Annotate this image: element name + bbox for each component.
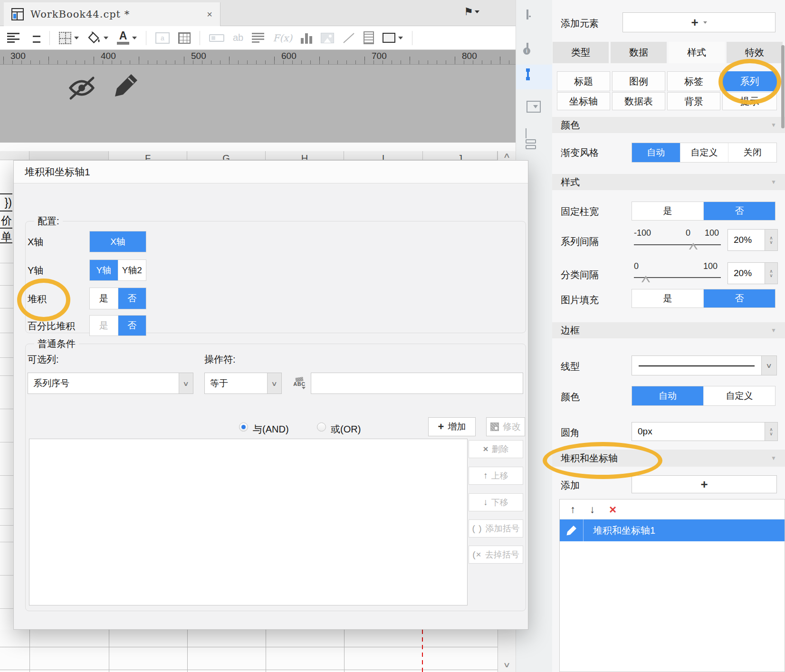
line-icon[interactable]	[343, 32, 355, 44]
layers-sidebar-icon[interactable]	[526, 129, 536, 151]
operator-dropdown[interactable]: 等于	[204, 373, 282, 394]
nav-series-button[interactable]: 系列	[722, 71, 777, 91]
tab-title: WorkBook44.cpt *	[30, 9, 130, 20]
gradient-style-toggle[interactable]: 自动 自定义 关闭	[632, 143, 777, 163]
series-gap-stepper[interactable]: 20%	[728, 229, 778, 251]
gradient-style-label: 渐变风格	[561, 146, 599, 159]
table-icon[interactable]	[178, 32, 191, 44]
font-color-button[interactable]: A	[117, 31, 137, 45]
section-stack-axis-header[interactable]: 堆积和坐标轴	[552, 450, 785, 467]
column-header[interactable]: F	[109, 151, 187, 160]
column-dropdown[interactable]: 系列序号	[28, 373, 193, 394]
column-header[interactable]: H	[266, 151, 344, 160]
column-header[interactable]: I	[344, 151, 423, 160]
add-condition-button[interactable]: +增加	[428, 417, 476, 436]
fixed-bar-width-toggle[interactable]: 是 否	[632, 202, 775, 221]
report-block-icon[interactable]	[364, 31, 374, 44]
merge-cell-icon[interactable]: a	[155, 32, 170, 44]
nav-legend-button[interactable]: 图例	[612, 71, 665, 91]
condition-value-input[interactable]	[311, 373, 523, 394]
panel-scrollbar-thumb[interactable]	[781, 45, 785, 128]
or-radio-label[interactable]: 或(OR)	[331, 423, 361, 436]
delete-condition-button[interactable]: ×删除	[469, 440, 523, 458]
border-style-button[interactable]	[59, 32, 79, 44]
x-axis-toggle[interactable]: X轴	[89, 231, 146, 252]
move-down-icon[interactable]: ↓	[590, 503, 595, 516]
delete-icon[interactable]: ×	[609, 505, 616, 514]
report-block-sidebar-icon[interactable]	[527, 10, 528, 19]
chevron-down-icon[interactable]	[761, 356, 776, 375]
y-axis-toggle[interactable]: Y轴 Y轴2	[89, 259, 146, 281]
tab-style[interactable]: 样式	[669, 42, 725, 63]
column-header[interactable]	[29, 151, 109, 160]
rich-text-icon[interactable]	[252, 33, 264, 43]
section-style-header[interactable]: 样式	[552, 174, 785, 190]
and-radio-label[interactable]: 与(AND)	[253, 423, 289, 436]
add-stack-axis-button[interactable]: +	[632, 475, 777, 493]
and-radio[interactable]	[239, 422, 248, 432]
column-header[interactable]: J	[423, 151, 498, 160]
tab-effects[interactable]: 特效	[727, 42, 783, 63]
remove-bracket-button[interactable]: (×去掉括号	[469, 546, 523, 564]
add-element-button[interactable]: +	[622, 12, 775, 32]
nav-title-button[interactable]: 标题	[557, 71, 610, 91]
text-field-icon[interactable]	[209, 34, 224, 42]
chevron-down-icon[interactable]	[267, 373, 281, 394]
cell-fragment[interactable]: 价	[0, 213, 12, 228]
edit-pencil-icon[interactable]	[113, 71, 140, 103]
series-gap-slider-handle[interactable]	[689, 243, 698, 250]
move-down-button[interactable]: ↓下移	[469, 493, 523, 511]
condition-list[interactable]	[29, 439, 468, 605]
tab-type[interactable]: 类型	[553, 42, 609, 63]
document-tab[interactable]: WorkBook44.cpt * ×	[4, 2, 220, 26]
section-border-header[interactable]: 边框	[552, 322, 785, 338]
category-gap-slider-handle[interactable]	[641, 276, 650, 282]
tab-data[interactable]: 数据	[611, 42, 667, 63]
border-color-toggle[interactable]: 自动 自定义	[632, 386, 775, 406]
add-bracket-button[interactable]: ( )添加括号	[469, 519, 523, 538]
section-color-header[interactable]: 颜色	[552, 117, 785, 133]
ruler-tick-label: 800	[462, 51, 477, 61]
align-right-icon[interactable]	[28, 33, 40, 43]
flag-icon[interactable]: ⚑	[464, 6, 479, 18]
nav-axis-button[interactable]: 坐标轴	[557, 92, 610, 110]
nav-datatable-button[interactable]: 数据表	[612, 92, 665, 110]
align-left-icon[interactable]	[7, 33, 19, 43]
cell-fragment[interactable]: })	[0, 196, 12, 209]
column-header[interactable]: G	[187, 151, 266, 160]
percent-stack-toggle[interactable]: 是 否	[89, 315, 146, 336]
stack-axis-dialog: 堆积和坐标轴1 配置: X轴 X轴 Y轴 Y轴 Y轴2 堆积 是 否 百分比堆积…	[13, 160, 528, 630]
or-radio[interactable]	[317, 422, 326, 432]
info-block-sidebar-icon[interactable]	[527, 44, 528, 52]
chart-icon[interactable]	[301, 32, 312, 44]
image-fill-toggle[interactable]: 是 否	[632, 289, 775, 308]
design-canvas[interactable]	[0, 65, 516, 143]
sheet-scrollbar-top[interactable]: ∧	[498, 151, 516, 160]
close-icon[interactable]: ×	[207, 9, 212, 20]
category-gap-stepper[interactable]: 20%	[728, 262, 778, 284]
value-type-abc-button[interactable]: ABC	[291, 373, 308, 394]
nav-label-button[interactable]: 标签	[667, 71, 720, 91]
move-up-icon[interactable]: ↑	[570, 503, 575, 516]
formula-icon[interactable]: F(x)	[273, 32, 292, 44]
widget-block-sidebar-icon[interactable]	[527, 101, 541, 113]
ab-text-icon[interactable]: ab	[233, 32, 243, 43]
nav-tooltip-button[interactable]: 提示	[722, 92, 777, 110]
stack-toggle[interactable]: 是 否	[89, 288, 146, 309]
corner-radius-stepper[interactable]: 0px	[632, 422, 778, 441]
fill-color-button[interactable]	[87, 31, 108, 45]
stack-axis-list-item-selected[interactable]: 堆积和坐标轴1	[560, 519, 785, 541]
line-type-dropdown[interactable]	[632, 355, 777, 375]
shape-rect-button[interactable]	[383, 33, 403, 43]
edit-pencil-icon[interactable]	[560, 519, 584, 541]
chevron-down-icon[interactable]	[179, 373, 193, 394]
modify-condition-button[interactable]: 修改	[486, 417, 525, 436]
operator-label: 操作符:	[204, 353, 236, 366]
image-icon[interactable]	[321, 33, 334, 43]
hidden-eye-icon[interactable]	[67, 75, 97, 103]
chart-block-sidebar-icon[interactable]	[527, 70, 529, 79]
move-up-button[interactable]: ↑上移	[469, 467, 523, 485]
sheet-scrollbar-bottom[interactable]: ∨	[498, 630, 516, 672]
nav-background-button[interactable]: 背景	[667, 92, 720, 110]
series-gap-slider[interactable]	[634, 244, 721, 245]
